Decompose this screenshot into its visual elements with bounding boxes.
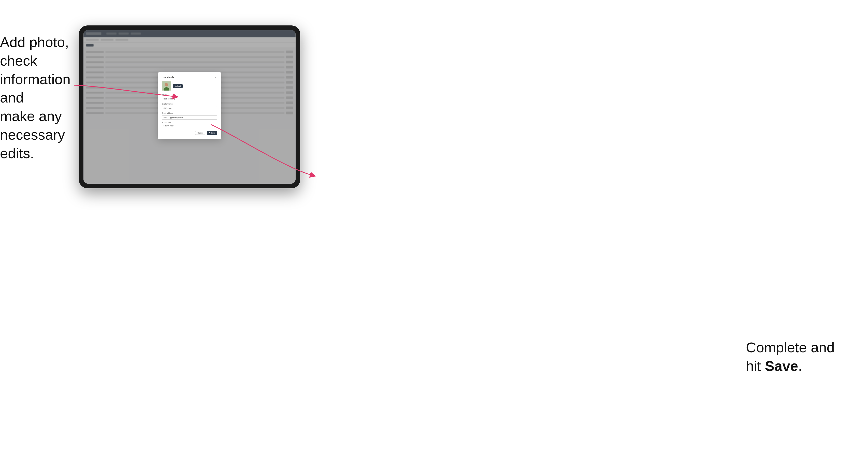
school-year-value: Fourth Year [163,125,174,127]
upload-photo-button[interactable]: Upload [173,84,183,88]
photo-section: Upload [162,82,217,91]
tablet-device: User details × Upload Name [79,25,300,188]
school-year-field-group: School Year Fourth Year × ▾ [162,122,217,128]
save-icon: ⬆ [209,132,210,134]
tablet-screen: User details × Upload Name [84,30,296,184]
email-field-group: Email address [162,112,217,120]
save-button[interactable]: ⬆ Save [207,131,217,135]
email-label: Email address [162,112,217,114]
school-year-label: School Year [162,122,217,123]
email-input[interactable] [162,116,217,120]
name-field-group: Name [162,94,217,101]
display-name-input[interactable] [162,106,217,110]
annotation-left: Add photo, checkinformation andmake anyn… [0,33,87,163]
profile-photo-thumbnail [162,82,171,91]
modal-header: User details × [162,76,217,79]
select-clear-icon[interactable]: × [213,125,214,127]
display-name-label: Display name [162,103,217,105]
name-label: Name [162,94,217,95]
user-details-modal: User details × Upload Name [158,72,221,139]
select-controls: × ▾ [213,125,215,127]
name-input[interactable] [162,97,217,101]
svg-point-1 [165,83,168,87]
display-name-field-group: Display name [162,103,217,111]
annotation-right: Complete andhit Save. [746,338,853,375]
photo-person-icon [162,82,171,91]
modal-title: User details [162,76,174,79]
save-label: Save [211,132,215,134]
modal-footer: Cancel ⬆ Save [162,131,217,135]
school-year-select[interactable]: Fourth Year × ▾ [162,124,217,128]
chevron-down-icon: ▾ [215,125,215,127]
modal-close-button[interactable]: × [214,76,217,79]
cancel-button[interactable]: Cancel [195,131,205,135]
